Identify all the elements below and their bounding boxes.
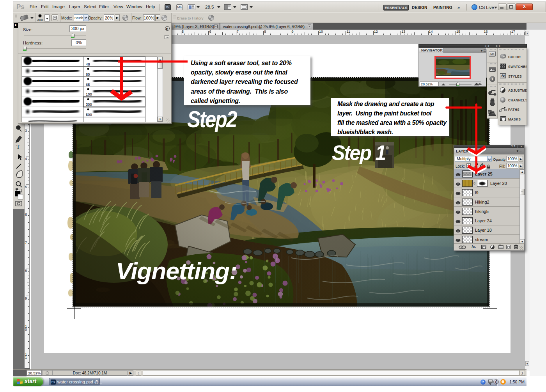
svg-text:300: 300: [86, 102, 92, 106]
svg-text:T: T: [16, 144, 20, 150]
svg-text:100: 100: [86, 92, 92, 96]
svg-text:48: 48: [86, 62, 90, 66]
svg-text:500: 500: [86, 112, 92, 117]
svg-text:65: 65: [86, 82, 90, 87]
svg-text:60: 60: [86, 72, 90, 76]
